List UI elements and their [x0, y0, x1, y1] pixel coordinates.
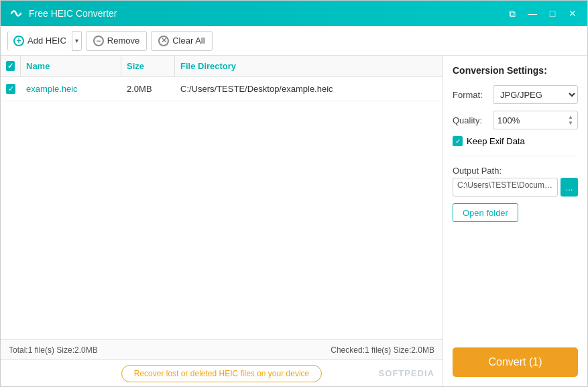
- divider: [453, 156, 578, 156]
- header-directory-col: File Directory: [175, 56, 443, 76]
- add-icon: +: [13, 36, 24, 46]
- quality-label: Quality:: [453, 115, 487, 125]
- bottom-bar: Recover lost or deleted HEIC files on yo…: [1, 360, 443, 386]
- open-folder-button[interactable]: Open folder: [453, 203, 518, 222]
- app-logo: [9, 6, 23, 21]
- status-right: Checked:1 file(s) Size:2.0MB: [331, 345, 434, 355]
- settings-panel: Conversion Settings: Format: JPG/JPEG Qu…: [443, 56, 587, 386]
- row-directory: C:/Users/TESTE/Desktop/example.heic: [175, 77, 443, 101]
- row-name: example.heic: [21, 77, 121, 101]
- keep-exif-label: Keep Exif Data: [467, 136, 525, 146]
- keep-exif-checkbox[interactable]: [453, 136, 463, 146]
- file-table-body: example.heic 2.0MB C:/Users/TESTE/Deskto…: [1, 77, 443, 339]
- header-checkbox[interactable]: [6, 61, 15, 71]
- recover-button[interactable]: Recover lost or deleted HEIC files on yo…: [121, 365, 322, 382]
- add-dropdown-button[interactable]: ▾: [72, 31, 81, 51]
- maximize-button[interactable]: □: [546, 7, 559, 20]
- title-bar: Free HEIC Converter ⧉ — □ ✕: [1, 1, 587, 26]
- status-left: Total:1 file(s) Size:2.0MB: [9, 345, 98, 355]
- minimize-button[interactable]: —: [526, 7, 539, 20]
- output-path-label: Output Path:: [453, 166, 578, 176]
- main-window: Free HEIC Converter ⧉ — □ ✕ + Add HEIC ▾…: [0, 0, 588, 387]
- table-row: example.heic 2.0MB C:/Users/TESTE/Deskto…: [1, 77, 443, 101]
- clear-icon: ✕: [158, 36, 169, 46]
- restore-button[interactable]: ⧉: [506, 7, 519, 20]
- main-area: Name Size File Directory example.heic 2.…: [1, 56, 587, 386]
- format-select[interactable]: JPG/JPEG: [493, 85, 578, 104]
- browse-button[interactable]: ...: [561, 178, 578, 197]
- quality-row: Quality: 100% ▲ ▼: [453, 111, 578, 129]
- row-checkbox-col: [1, 77, 21, 101]
- file-panel: Name Size File Directory example.heic 2.…: [1, 56, 443, 386]
- remove-button[interactable]: − Remove: [86, 31, 147, 51]
- row-size: 2.0MB: [121, 77, 175, 101]
- toolbar: + Add HEIC ▾ − Remove ✕ Clear All: [1, 26, 587, 56]
- window-controls: ⧉ — □ ✕: [506, 7, 579, 20]
- format-label: Format:: [453, 90, 487, 100]
- header-checkbox-col: [1, 56, 21, 76]
- output-path-input[interactable]: C:\Users\TESTE\Documents\: [453, 178, 558, 197]
- format-row: Format: JPG/JPEG: [453, 85, 578, 104]
- header-name-col: Name: [21, 56, 121, 76]
- row-checkbox[interactable]: [6, 84, 15, 94]
- keep-exif-row: Keep Exif Data: [453, 136, 578, 146]
- remove-icon: −: [93, 36, 104, 46]
- settings-title: Conversion Settings:: [453, 65, 578, 76]
- add-heic-button[interactable]: + Add HEIC: [8, 31, 72, 51]
- softpedia-watermark: SOFTPEDIA: [379, 368, 434, 378]
- header-size-col: Size: [121, 56, 175, 76]
- table-header: Name Size File Directory: [1, 56, 443, 77]
- close-button[interactable]: ✕: [566, 7, 579, 20]
- status-bar: Total:1 file(s) Size:2.0MB Checked:1 fil…: [1, 339, 443, 360]
- convert-button[interactable]: Convert (1): [453, 347, 578, 377]
- output-path-row: C:\Users\TESTE\Documents\ ...: [453, 178, 578, 197]
- quality-arrows[interactable]: ▲ ▼: [568, 114, 573, 126]
- app-title: Free HEIC Converter: [29, 8, 506, 19]
- output-path-section: Output Path: C:\Users\TESTE\Documents\ .…: [453, 166, 578, 197]
- quality-spinbox[interactable]: 100% ▲ ▼: [493, 111, 578, 129]
- clear-all-button[interactable]: ✕ Clear All: [151, 31, 212, 51]
